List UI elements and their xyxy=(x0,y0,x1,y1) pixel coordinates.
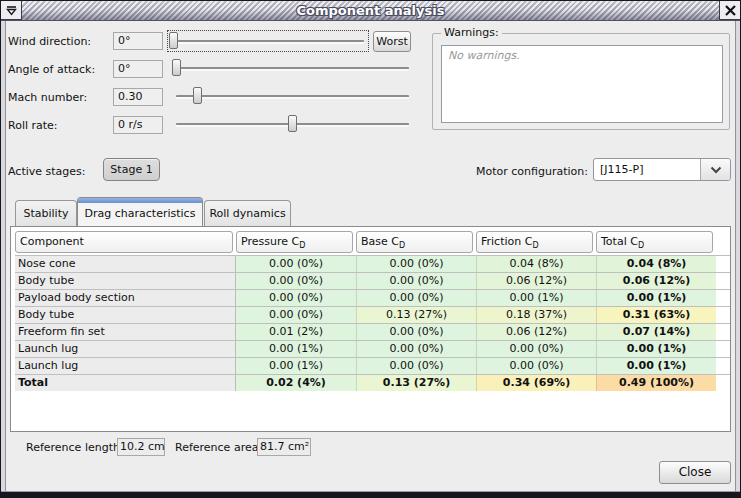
table-row[interactable]: Total0.02 (4%)0.13 (27%)0.34 (69%)0.49 (… xyxy=(15,374,730,391)
value-cell: 0.01 (2%) xyxy=(236,324,356,340)
chevron-down-icon xyxy=(710,166,722,174)
value-cell: 0.00 (0%) xyxy=(356,358,476,374)
value-cell: 0.00 (0%) xyxy=(236,290,356,306)
table-row[interactable]: Launch lug0.00 (1%)0.00 (0%)0.00 (0%)0.0… xyxy=(15,340,730,357)
reference-area-label: Reference area: xyxy=(175,441,262,455)
value-cell: 0.06 (12%) xyxy=(476,324,596,340)
window-title: Component analysis xyxy=(25,1,716,21)
component-cell: Nose cone xyxy=(15,256,236,272)
value-cell: 0.13 (27%) xyxy=(356,375,476,391)
value-cell: 0.07 (14%) xyxy=(596,324,716,340)
table-row[interactable]: Freeform fin set0.01 (2%)0.00 (0%)0.06 (… xyxy=(15,323,730,340)
component-cell: Launch lug xyxy=(15,341,236,357)
value-cell: 0.00 (1%) xyxy=(596,341,716,357)
component-cell: Launch lug xyxy=(15,358,236,374)
roll-rate-field[interactable]: 0 r/s xyxy=(113,116,163,134)
warnings-list: No warnings. xyxy=(441,45,723,123)
value-cell: 0.00 (1%) xyxy=(236,341,356,357)
value-cell: 0.00 (0%) xyxy=(236,273,356,289)
motor-configuration-value: [J115-P] xyxy=(600,159,643,180)
value-cell: 0.00 (0%) xyxy=(476,341,596,357)
column-header-friction-c[interactable]: Friction CD xyxy=(476,231,593,253)
column-header-base-c[interactable]: Base CD xyxy=(356,231,473,253)
roll-rate-slider[interactable] xyxy=(176,115,409,135)
wind-direction-slider-track[interactable] xyxy=(173,40,364,44)
column-header-component[interactable]: Component xyxy=(15,231,233,253)
warnings-group: Warnings: No warnings. xyxy=(432,33,730,130)
warnings-group-title: Warnings: xyxy=(441,26,502,39)
value-cell: 0.04 (8%) xyxy=(596,256,716,272)
value-cell: 0.00 (0%) xyxy=(356,273,476,289)
table-row[interactable]: Payload body section0.00 (0%)0.00 (0%)0.… xyxy=(15,289,730,306)
wind-direction-label: Wind direction: xyxy=(8,35,91,49)
angle-of-attack-label: Angle of attack: xyxy=(8,63,95,77)
component-cell: Freeform fin set xyxy=(15,324,236,340)
roll-rate-label: Roll rate: xyxy=(8,119,58,133)
drag-table-scrollpane[interactable]: ComponentPressure CDBase CDFriction CDTo… xyxy=(10,226,731,432)
tab-drag-characteristics[interactable]: Drag characteristics xyxy=(77,197,203,226)
value-cell: 0.02 (4%) xyxy=(236,375,356,391)
column-header-total-c[interactable]: Total CD xyxy=(596,231,713,253)
value-cell: 0.00 (1%) xyxy=(596,290,716,306)
tab-roll-dynamics-label: Roll dynamics xyxy=(205,201,290,227)
value-cell: 0.18 (37%) xyxy=(476,307,596,323)
table-body: Nose cone0.00 (0%)0.00 (0%)0.04 (8%)0.04… xyxy=(15,255,730,391)
close-button[interactable]: Close xyxy=(659,461,731,484)
component-cell: Payload body section xyxy=(15,290,236,306)
value-cell: 0.06 (12%) xyxy=(596,273,716,289)
reference-length-label: Reference length: xyxy=(26,441,124,455)
tab-stability[interactable]: Stability xyxy=(15,200,77,226)
tab-drag-characteristics-label: Drag characteristics xyxy=(78,200,202,226)
value-cell: 0.00 (1%) xyxy=(236,358,356,374)
value-cell: 0.00 (1%) xyxy=(596,358,716,374)
frame-left-edge xyxy=(1,21,6,491)
angle-of-attack-slider-track[interactable] xyxy=(176,67,409,71)
value-cell: 0.00 (0%) xyxy=(236,307,356,323)
angle-of-attack-slider[interactable] xyxy=(176,59,409,79)
reference-length-value: 10.2 cm xyxy=(117,438,165,456)
frame-right-edge xyxy=(735,21,740,491)
close-icon xyxy=(724,4,737,17)
window-close-button[interactable] xyxy=(719,1,740,20)
table-row[interactable]: Body tube0.00 (0%)0.13 (27%)0.18 (37%)0.… xyxy=(15,306,730,323)
value-cell: 0.13 (27%) xyxy=(356,307,476,323)
active-stages-label: Active stages: xyxy=(8,165,86,179)
window-menu-button[interactable] xyxy=(1,1,22,20)
stage-1-toggle[interactable]: Stage 1 xyxy=(103,158,160,181)
value-cell: 0.31 (63%) xyxy=(596,307,716,323)
reference-area-value: 81.7 cm² xyxy=(257,438,311,456)
table-row[interactable]: Body tube0.00 (0%)0.00 (0%)0.06 (12%)0.0… xyxy=(15,272,730,289)
mach-number-field[interactable]: 0.30 xyxy=(113,88,163,106)
combo-arrow-section[interactable] xyxy=(700,159,730,180)
motor-configuration-combo[interactable]: [J115-P] xyxy=(593,158,731,181)
motor-configuration-label: Motor configuration: xyxy=(450,165,588,179)
angle-of-attack-field[interactable]: 0° xyxy=(113,60,163,78)
table-row[interactable]: Nose cone0.00 (0%)0.00 (0%)0.04 (8%)0.04… xyxy=(15,255,730,272)
value-cell: 0.34 (69%) xyxy=(476,375,596,391)
mach-number-label: Mach number: xyxy=(8,91,87,105)
worst-button[interactable]: Worst xyxy=(373,31,411,52)
tab-roll-dynamics[interactable]: Roll dynamics xyxy=(204,200,291,226)
value-cell: 0.00 (0%) xyxy=(236,256,356,272)
value-cell: 0.00 (1%) xyxy=(476,290,596,306)
wind-direction-field[interactable]: 0° xyxy=(113,32,163,50)
value-cell: 0.49 (100%) xyxy=(596,375,716,391)
titlebar[interactable]: Component analysis xyxy=(1,1,740,21)
value-cell: 0.00 (0%) xyxy=(476,358,596,374)
component-cell: Total xyxy=(15,375,236,391)
window-menu-icon xyxy=(5,4,18,17)
mach-number-slider-thumb[interactable] xyxy=(193,87,202,104)
table-row[interactable]: Launch lug0.00 (1%)0.00 (0%)0.00 (0%)0.0… xyxy=(15,357,730,374)
wind-direction-slider[interactable] xyxy=(167,30,369,52)
component-cell: Body tube xyxy=(15,273,236,289)
wind-direction-slider-thumb[interactable] xyxy=(169,32,178,49)
mach-number-slider-track[interactable] xyxy=(176,95,409,99)
value-cell: 0.06 (12%) xyxy=(476,273,596,289)
value-cell: 0.00 (0%) xyxy=(356,256,476,272)
tab-stability-label: Stability xyxy=(16,201,76,227)
column-header-pressure-c[interactable]: Pressure CD xyxy=(236,231,353,253)
angle-of-attack-slider-thumb[interactable] xyxy=(172,59,181,76)
value-cell: 0.04 (8%) xyxy=(476,256,596,272)
roll-rate-slider-thumb[interactable] xyxy=(288,115,297,132)
mach-number-slider[interactable] xyxy=(176,87,409,107)
